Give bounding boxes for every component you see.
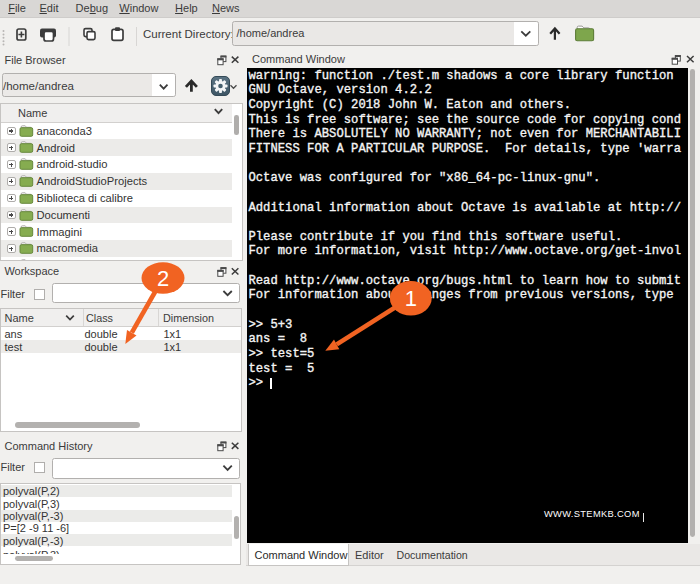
svg-text:1: 1 [405,286,417,311]
svg-text:2: 2 [157,266,169,291]
